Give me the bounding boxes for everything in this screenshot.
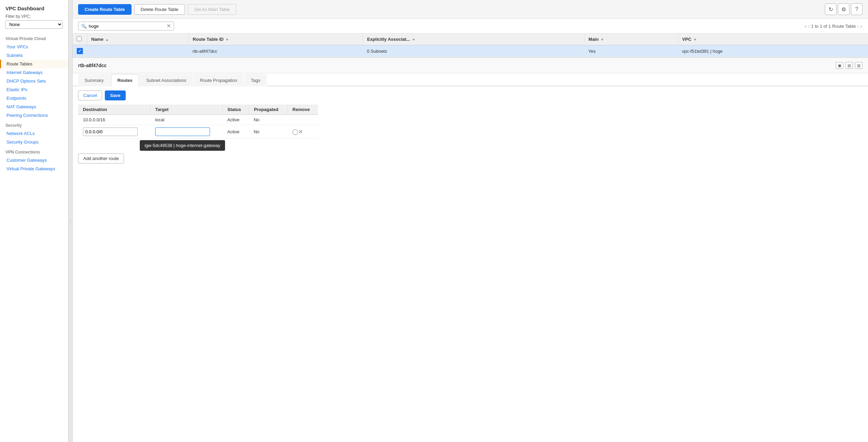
search-bar: 🔍 ✕ « ‹ 1 to 1 of 1 Route Table › » xyxy=(73,19,868,34)
vpc-filter-select[interactable]: None xyxy=(5,20,63,29)
routes-column-header: Propagated xyxy=(249,105,288,115)
table-cell: vpc-f51bd391 | hoge xyxy=(678,45,868,57)
sidebar-item-network-acls[interactable]: Network ACLs xyxy=(0,129,68,138)
pagination-next[interactable]: › xyxy=(857,24,858,29)
routes-row: 10.0.0.0/16localActiveNo xyxy=(78,115,318,125)
routes-column-header: Status xyxy=(223,105,249,115)
destination-input[interactable] xyxy=(83,127,138,136)
cancel-button[interactable]: Cancel xyxy=(78,90,102,100)
tab-tags[interactable]: Tags xyxy=(244,74,266,86)
select-all-header[interactable] xyxy=(73,34,87,45)
route-status: Active xyxy=(223,115,249,125)
route-target[interactable] xyxy=(150,125,223,139)
sidebar-item-subnets[interactable]: Subnets xyxy=(0,51,68,60)
sidebar-item-endpoints[interactable]: Endpoints xyxy=(0,94,68,102)
detail-tabs: SummaryRoutesSubnet AssociationsRoute Pr… xyxy=(73,73,868,86)
sidebar-item-label: Network ACLs xyxy=(7,131,35,136)
pagination-text: 1 to 1 of 1 Route Table xyxy=(811,24,856,29)
table-cell: 0 Subnets xyxy=(363,45,584,57)
table-row[interactable]: rtb-a8f47dcc0 SubnetsYesvpc-f51bd391 | h… xyxy=(73,45,868,57)
routes-row: ActiveNo◯✕ xyxy=(78,125,318,139)
view-icon-1[interactable]: ▣ xyxy=(836,62,843,69)
route-propagated: No xyxy=(249,125,288,139)
refresh-button[interactable]: ↻ xyxy=(825,3,836,15)
search-icon: 🔍 xyxy=(81,24,87,29)
create-route-table-button[interactable]: Create Route Table xyxy=(78,4,132,15)
search-input[interactable] xyxy=(89,24,166,29)
detail-route-table-id: rtb-a8f47dcc xyxy=(78,63,107,68)
target-input[interactable] xyxy=(155,127,210,136)
pagination-info: « ‹ 1 to 1 of 1 Route Table › » xyxy=(804,24,863,29)
tab-routes[interactable]: Routes xyxy=(111,74,139,86)
refresh-icon: ↻ xyxy=(829,6,833,13)
sidebar-section-title: Virtual Private Cloud xyxy=(0,33,68,42)
sidebar-item-label: NAT Gateways xyxy=(7,104,36,109)
route-remove[interactable]: ◯✕ xyxy=(287,125,318,139)
settings-button[interactable]: ⚙ xyxy=(838,3,850,15)
sidebar-title: VPC Dashboard xyxy=(0,5,68,14)
sidebar-item-label: Peering Connections xyxy=(7,113,48,118)
routes-column-header: Remove xyxy=(287,105,318,115)
detail-panel: rtb-a8f47dcc ▣ ▤ ▥ SummaryRoutesSubnet A… xyxy=(73,58,868,442)
set-as-main-table-button[interactable]: Set As Main Table xyxy=(188,4,236,15)
table-cell: Yes xyxy=(584,45,678,57)
sidebar-item-nat-gateways[interactable]: NAT Gateways xyxy=(0,102,68,111)
sidebar-item-route-tables[interactable]: Route Tables xyxy=(0,60,68,68)
detail-header: rtb-a8f47dcc ▣ ▤ ▥ xyxy=(73,58,868,73)
sidebar-item-peering-connections[interactable]: Peering Connections xyxy=(0,111,68,120)
sidebar-item-label: Endpoints xyxy=(7,96,26,101)
tab-route-propagation[interactable]: Route Propagation xyxy=(194,74,244,86)
pagination-first[interactable]: « xyxy=(804,24,807,29)
view-icon-3[interactable]: ▥ xyxy=(855,62,863,69)
table-column-header[interactable]: VPC ▼ xyxy=(678,34,868,45)
tab-subnet-associations[interactable]: Subnet Associations xyxy=(140,74,193,86)
sidebar-item-dhcp-options-sets[interactable]: DHCP Options Sets xyxy=(0,77,68,85)
tab-summary[interactable]: Summary xyxy=(78,74,110,86)
sidebar-item-security-groups[interactable]: Security Groups xyxy=(0,138,68,146)
routes-column-header: Destination xyxy=(78,105,150,115)
sidebar-section-title: VPN Connections xyxy=(0,146,68,156)
sidebar-item-label: Subnets xyxy=(7,53,23,58)
add-route-button[interactable]: Add another route xyxy=(78,154,124,163)
sidebar-splitter[interactable]: ⋮ xyxy=(69,0,73,442)
table-column-header[interactable]: Explicitly Associat... ▼ xyxy=(363,34,584,45)
main-content: Create Route Table Delete Route Table Se… xyxy=(73,0,868,442)
routes-inner-table: DestinationTargetStatusPropagatedRemove … xyxy=(78,105,318,139)
route-status: Active xyxy=(223,125,249,139)
row-checkbox[interactable] xyxy=(73,45,87,57)
view-icon-2[interactable]: ▤ xyxy=(845,62,853,69)
sidebar-item-label: DHCP Options Sets xyxy=(7,78,46,84)
sidebar-item-virtual-private-gateways[interactable]: Virtual Private Gateways xyxy=(0,164,68,173)
help-button[interactable]: ? xyxy=(851,3,863,15)
table-column-header[interactable]: Route Table ID ▼ xyxy=(188,34,363,45)
pagination-last[interactable]: » xyxy=(860,24,863,29)
route-tables-table: Name ▲Route Table ID ▼Explicitly Associa… xyxy=(73,34,868,57)
sidebar-item-your-vpcs[interactable]: Your VPCs xyxy=(0,42,68,51)
sidebar-item-label: Your VPCs xyxy=(7,44,28,49)
sidebar-item-label: Security Groups xyxy=(7,139,38,145)
route-destination: 10.0.0.0/16 xyxy=(78,115,150,125)
save-button[interactable]: Save xyxy=(105,90,125,100)
sidebar-item-elastic-ips[interactable]: Elastic IPs xyxy=(0,85,68,94)
remove-route-button[interactable]: ◯✕ xyxy=(292,128,303,135)
delete-route-table-button[interactable]: Delete Route Table xyxy=(134,4,185,15)
search-wrap: 🔍 ✕ xyxy=(78,22,174,30)
sidebar-item-label: Internet Gateways xyxy=(7,70,43,75)
routes-actions: Cancel Save xyxy=(78,90,863,100)
table-cell xyxy=(87,45,188,57)
sidebar-item-internet-gateways[interactable]: Internet Gateways xyxy=(0,68,68,77)
sidebar-item-customer-gateways[interactable]: Customer Gateways xyxy=(0,156,68,164)
toolbar: Create Route Table Delete Route Table Se… xyxy=(73,0,868,19)
route-destination[interactable] xyxy=(78,125,150,139)
sidebar-item-label: Elastic IPs xyxy=(7,87,27,92)
routes-column-header: Target xyxy=(150,105,223,115)
target-tooltip: igw-5dc49538 | hoge-internet-gateway xyxy=(140,140,225,151)
sidebar-item-label: Customer Gateways xyxy=(7,158,47,163)
table-column-header[interactable]: Name ▲ xyxy=(87,34,188,45)
route-tables-table-area: Name ▲Route Table ID ▼Explicitly Associa… xyxy=(73,34,868,58)
pagination-prev[interactable]: ‹ xyxy=(808,24,810,29)
route-target: local xyxy=(150,115,223,125)
table-column-header[interactable]: Main ▼ xyxy=(584,34,678,45)
search-clear-button[interactable]: ✕ xyxy=(166,23,171,29)
checked-icon[interactable] xyxy=(77,48,83,54)
